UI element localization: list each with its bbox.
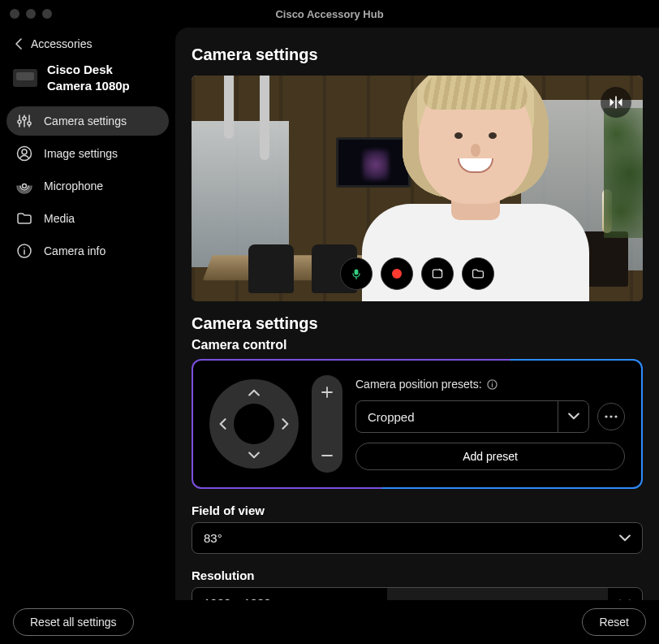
minimize-window-button[interactable] bbox=[26, 9, 36, 19]
add-preset-button[interactable]: Add preset bbox=[355, 443, 625, 470]
section-title: Camera settings bbox=[192, 314, 643, 333]
svg-point-0 bbox=[18, 120, 21, 123]
dpad-down-button[interactable] bbox=[246, 447, 262, 464]
zoom-in-button[interactable] bbox=[318, 383, 336, 401]
device-name-line2: Camera 1080p bbox=[47, 78, 130, 94]
microphone-icon bbox=[16, 178, 32, 194]
dpad-right-button[interactable] bbox=[278, 416, 294, 432]
dpad-center[interactable] bbox=[234, 404, 274, 444]
reset-all-button[interactable]: Reset all settings bbox=[13, 608, 134, 636]
svg-point-1 bbox=[23, 117, 26, 120]
page-title: Camera settings bbox=[192, 45, 643, 64]
close-window-button[interactable] bbox=[10, 9, 19, 19]
chevron-down-icon[interactable] bbox=[558, 401, 588, 432]
record-button[interactable] bbox=[381, 257, 413, 290]
svg-point-5 bbox=[23, 184, 27, 188]
snapshot-button[interactable] bbox=[421, 257, 454, 290]
main-panel: Camera settings bbox=[175, 28, 659, 600]
presets-group: Camera position presets: Cropped Add pre… bbox=[355, 378, 625, 470]
sidebar-item-label: Media bbox=[44, 212, 75, 225]
person-circle-icon bbox=[16, 145, 32, 162]
back-button[interactable]: Accessories bbox=[6, 32, 169, 58]
preset-more-button[interactable] bbox=[597, 403, 625, 430]
device-header: Cisco Desk Camera 1080p bbox=[6, 58, 169, 106]
dpad-up-button[interactable] bbox=[246, 384, 262, 400]
chevron-left-icon bbox=[15, 38, 23, 50]
chevron-down-icon[interactable] bbox=[608, 534, 642, 542]
svg-point-10 bbox=[605, 415, 607, 417]
sidebar-item-label: Camera info bbox=[44, 244, 106, 257]
fov-select[interactable]: 83° bbox=[192, 522, 643, 554]
sidebar-item-media[interactable]: Media bbox=[6, 204, 169, 233]
sidebar-item-image-settings[interactable]: Image settings bbox=[6, 139, 169, 168]
resolution-value: 1920 x 1080 bbox=[192, 588, 282, 600]
open-folder-button[interactable] bbox=[462, 257, 494, 290]
svg-point-2 bbox=[28, 122, 31, 125]
sidebar-item-label: Image settings bbox=[44, 147, 118, 160]
svg-point-3 bbox=[18, 146, 32, 160]
resolution-select[interactable]: 1920 x 1080 bbox=[192, 587, 643, 600]
device-name: Cisco Desk Camera 1080p bbox=[47, 62, 130, 95]
microphone-toggle-button[interactable] bbox=[340, 257, 373, 290]
sidebar-item-label: Microphone bbox=[44, 179, 103, 192]
sidebar-nav: Camera settings Image settings Microphon… bbox=[6, 106, 169, 266]
svg-point-11 bbox=[609, 415, 612, 417]
zoom-control bbox=[312, 375, 342, 473]
sidebar-item-camera-settings[interactable]: Camera settings bbox=[6, 106, 169, 136]
svg-rect-7 bbox=[355, 269, 359, 274]
preset-selected-value: Cropped bbox=[356, 404, 426, 430]
fov-label: Field of view bbox=[192, 504, 643, 517]
camera-control-panel: Camera position presets: Cropped Add pre… bbox=[192, 359, 643, 489]
back-label: Accessories bbox=[31, 37, 92, 50]
info-icon bbox=[16, 243, 32, 259]
fov-value: 83° bbox=[192, 523, 234, 553]
sidebar-item-label: Camera settings bbox=[44, 115, 127, 128]
dpad-left-button[interactable] bbox=[214, 416, 230, 432]
mirror-toggle-button[interactable] bbox=[601, 87, 631, 118]
reset-button[interactable]: Reset bbox=[582, 608, 646, 636]
camera-preview bbox=[192, 76, 643, 301]
sliders-icon bbox=[16, 113, 32, 129]
footer-bar: Reset all settings Reset bbox=[0, 600, 659, 644]
device-thumbnail bbox=[13, 69, 37, 87]
pan-tilt-dpad bbox=[209, 379, 299, 469]
svg-point-4 bbox=[22, 149, 27, 154]
zoom-window-button[interactable] bbox=[42, 9, 52, 19]
window-chrome: Cisco Accessory Hub bbox=[0, 0, 659, 28]
traffic-lights bbox=[0, 9, 52, 19]
presets-label-text: Camera position presets: bbox=[355, 378, 482, 391]
svg-point-12 bbox=[614, 415, 617, 417]
presets-label: Camera position presets: bbox=[355, 378, 625, 391]
window-title: Cisco Accessory Hub bbox=[0, 8, 659, 20]
preset-select[interactable]: Cropped bbox=[355, 400, 589, 433]
folder-icon bbox=[16, 210, 32, 227]
resolution-label: Resolution bbox=[192, 568, 643, 582]
sidebar-item-camera-info[interactable]: Camera info bbox=[6, 236, 169, 266]
sidebar: Accessories Cisco Desk Camera 1080p Came… bbox=[0, 28, 175, 600]
sidebar-item-microphone[interactable]: Microphone bbox=[6, 171, 169, 201]
preview-action-bar bbox=[340, 257, 494, 290]
camera-control-label: Camera control bbox=[192, 338, 643, 352]
device-name-line1: Cisco Desk bbox=[47, 62, 130, 78]
info-icon[interactable] bbox=[487, 379, 497, 390]
zoom-out-button[interactable] bbox=[318, 447, 336, 465]
